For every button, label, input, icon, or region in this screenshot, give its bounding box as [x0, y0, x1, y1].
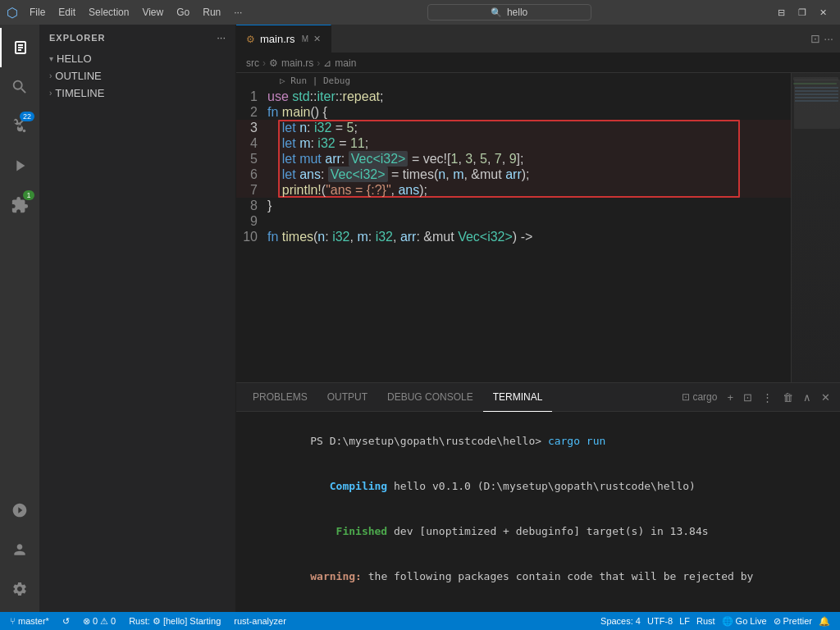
editor-area: ⚙ main.rs M ✕ ⊡ ··· src › ⚙ main.rs › ⊿ … — [236, 25, 840, 612]
source-control-badge: 22 — [20, 112, 34, 121]
menu-go[interactable]: Go — [171, 5, 194, 20]
line-number-3: 3 — [243, 121, 267, 135]
activity-run-debug[interactable] — [0, 146, 39, 185]
sidebar-item-outline[interactable]: › OUTLINE — [39, 67, 235, 84]
golive-label: Go Live — [736, 616, 767, 626]
tab-main-rs[interactable]: ⚙ main.rs M ✕ — [236, 25, 331, 53]
sidebar-item-hello-label: HELLO — [57, 52, 92, 65]
status-spaces[interactable]: Spaces: 4 — [597, 616, 644, 627]
menu-file[interactable]: File — [25, 5, 50, 20]
tab-output[interactable]: OUTPUT — [317, 383, 377, 412]
sidebar-item-hello[interactable]: ▾ HELLO — [39, 50, 235, 67]
activity-remote[interactable] — [0, 491, 39, 530]
status-encoding[interactable]: UTF-8 — [644, 616, 676, 627]
split-terminal-button[interactable]: ⊡ — [740, 390, 756, 405]
breadcrumb-src[interactable]: src — [246, 57, 259, 69]
sidebar-title: EXPLORER — [49, 33, 106, 43]
code-line-1: 1 use std::iter::repeat; — [236, 89, 791, 104]
titlebar: ⬡ File Edit Selection View Go Run ··· 🔍 … — [0, 0, 840, 25]
finished-label: Finished — [310, 525, 394, 537]
activity-extensions[interactable]: 1 — [0, 185, 39, 225]
status-golive[interactable]: 🌐 Go Live — [719, 616, 770, 627]
more-actions-icon[interactable]: ··· — [824, 32, 833, 45]
analyzer-label: rust-analyzer — [234, 616, 286, 626]
tab-debug-console[interactable]: DEBUG CONSOLE — [377, 383, 483, 412]
chevron-right-icon: › — [49, 71, 52, 80]
tab-close-button[interactable]: ✕ — [313, 34, 321, 44]
code-wrapper[interactable]: ▷ Run | Debug 1 use std::iter::repeat; 2… — [236, 73, 791, 382]
status-bar: ⑂ master* ↺ ⊗ 0 ⚠ 0 Rust: ⚙ [hello] Star… — [0, 612, 840, 630]
search-bar[interactable]: 🔍 hello — [427, 4, 591, 21]
line-number-2: 2 — [243, 105, 267, 120]
status-errors[interactable]: ⊗ 0 ⚠ 0 — [80, 616, 119, 627]
menu-selection[interactable]: Selection — [84, 5, 134, 20]
breadcrumb-mainrs[interactable]: ⚙ main.rs — [269, 57, 313, 69]
tab-problems[interactable]: PROBLEMS — [243, 383, 317, 412]
vscode-logo-icon: ⬡ — [7, 5, 18, 21]
menu-edit[interactable]: Edit — [53, 5, 80, 20]
finished-rest: dev [unoptimized + debuginfo] target(s) … — [394, 525, 709, 537]
run-debug-bar: ▷ Run | Debug — [236, 73, 791, 89]
menu-more[interactable]: ··· — [229, 5, 247, 20]
rust-icon: ⚙ — [269, 57, 278, 69]
activity-source-control[interactable]: 22 — [0, 107, 39, 146]
activity-settings[interactable] — [0, 569, 39, 609]
status-prettier[interactable]: ⊘ Prettier — [770, 616, 815, 627]
terminal-body[interactable]: PS D:\mysetup\gopath\rustcode\hello> car… — [236, 412, 840, 612]
terminal-command-1: cargo run — [548, 435, 605, 447]
activity-search[interactable] — [0, 67, 39, 107]
status-notifications[interactable]: 🔔 — [815, 616, 833, 627]
split-editor-icon[interactable]: ⊡ — [810, 32, 820, 45]
status-sync[interactable]: ↺ — [59, 616, 73, 627]
compiling-rest: hello v0.1.0 (D:\mysetup\gopath\rustcode… — [394, 480, 696, 492]
golive-icon: 🌐 — [722, 616, 733, 627]
status-right: Spaces: 4 UTF-8 LF Rust 🌐 Go Live ⊘ Pret… — [597, 616, 833, 627]
tab-terminal[interactable]: TERMINAL — [483, 383, 553, 412]
status-analyzer[interactable]: rust-analyzer — [231, 616, 290, 626]
tab-main-rs-label: main.rs — [260, 33, 295, 45]
status-rust[interactable]: Rust: ⚙ [hello] Starting — [126, 616, 224, 627]
terminal-line-finished: Finished dev [unoptimized + debuginfo] t… — [246, 509, 830, 554]
sidebar-item-outline-label: OUTLINE — [55, 70, 101, 82]
maximize-button[interactable]: ❐ — [792, 7, 813, 18]
activity-account[interactable] — [0, 530, 39, 569]
error-count: 0 — [93, 616, 98, 626]
sidebar-more-icon[interactable]: ··· — [217, 31, 226, 43]
status-line-ending[interactable]: LF — [676, 616, 693, 627]
code-line-5: 5 let mut arr: Vec<i32> = vec![1, 3, 5, … — [236, 151, 791, 167]
sidebar-item-timeline[interactable]: › TIMELINE — [39, 84, 235, 102]
close-button[interactable]: ✕ — [813, 7, 833, 18]
cargo-label: ⊡ cargo — [682, 391, 717, 403]
activity-explorer[interactable] — [0, 28, 39, 67]
menu-run[interactable]: Run — [198, 5, 226, 20]
panel-tabs: PROBLEMS OUTPUT DEBUG CONSOLE TERMINAL ⊡… — [236, 383, 840, 412]
minimize-button[interactable]: ⊟ — [771, 7, 792, 18]
line-number-7: 7 — [243, 183, 267, 198]
terminal-actions-button[interactable]: ⋮ — [759, 390, 776, 405]
new-terminal-button[interactable]: + — [724, 390, 737, 405]
terminal-trash-button[interactable]: 🗑 — [779, 390, 797, 405]
line-number-6: 6 — [243, 167, 267, 182]
code-line-9: 9 — [236, 213, 791, 229]
panel-close-button[interactable]: ✕ — [818, 390, 833, 405]
line-number-10: 10 — [243, 230, 267, 244]
warning-rest-1: the following packages contain code that… — [368, 570, 754, 582]
notification-icon: 🔔 — [819, 616, 830, 627]
terminal-panel: PROBLEMS OUTPUT DEBUG CONSOLE TERMINAL ⊡… — [236, 382, 840, 612]
editor-content: ▷ Run | Debug 1 use std::iter::repeat; 2… — [236, 73, 840, 382]
status-branch[interactable]: ⑂ master* — [7, 616, 52, 626]
compiling-label: Compiling — [310, 480, 394, 492]
chevron-right-icon: › — [49, 89, 52, 98]
tab-actions: ⊡ ··· — [804, 32, 840, 45]
run-link[interactable]: ▷ Run | Debug — [280, 75, 350, 86]
code-line-7: 7 println!("ans = {:?}", ans); — [236, 182, 791, 198]
line-number-9: 9 — [243, 214, 267, 229]
sidebar: EXPLORER ··· ▾ HELLO › OUTLINE › TIMELIN… — [39, 25, 236, 612]
breadcrumb-main[interactable]: ⊿ main — [323, 57, 356, 69]
minimap-content — [792, 73, 840, 382]
menu-view[interactable]: View — [137, 5, 168, 20]
panel-collapse-button[interactable]: ∧ — [800, 390, 815, 405]
status-language[interactable]: Rust — [693, 616, 719, 627]
extensions-badge: 1 — [23, 190, 34, 200]
line-ending-label: LF — [679, 616, 690, 626]
